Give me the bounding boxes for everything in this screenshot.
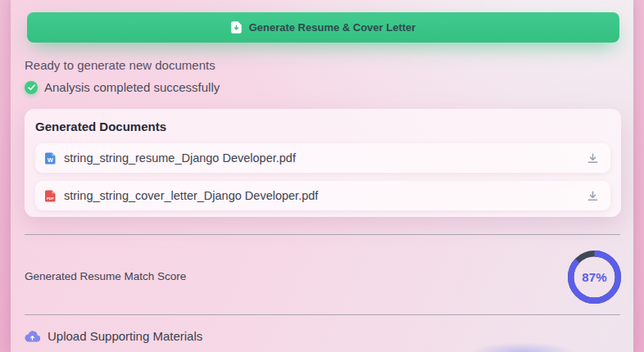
file-name-resume: string_string_resume_Django Developer.pd…	[64, 151, 296, 165]
generate-resume-button[interactable]: Generate Resume & Cover Letter	[27, 12, 619, 43]
upload-materials-label: Upload Supporting Materials	[48, 329, 202, 343]
divider-top	[25, 234, 620, 235]
download-cover-letter-button[interactable]	[584, 187, 601, 204]
file-name-cover-letter: string_string_cover_letter_Django Develo…	[64, 189, 318, 202]
upload-materials-section[interactable]: Upload Supporting Materials	[25, 329, 202, 343]
match-score-value: 87%	[568, 250, 621, 304]
ready-status-text: Ready to generate new documents	[25, 58, 215, 72]
divider-bottom	[25, 314, 620, 315]
file-download-icon	[231, 21, 242, 34]
generated-documents-card: Generated Documents W string_string_resu…	[25, 109, 621, 217]
bottom-element-glow	[469, 342, 576, 352]
cloud-upload-icon	[25, 331, 40, 342]
main-panel: Generate Resume & Cover Letter Ready to …	[11, 0, 633, 352]
pdf-file-icon: PDF	[45, 190, 56, 202]
word-file-icon: W	[45, 152, 56, 165]
match-score-label: Generated Resume Match Score	[25, 270, 186, 282]
svg-text:W: W	[48, 156, 54, 163]
analysis-status-row: Analysis completed successfully	[25, 80, 220, 94]
download-resume-button[interactable]	[584, 150, 601, 166]
svg-text:PDF: PDF	[47, 196, 54, 201]
check-circle-icon	[25, 81, 38, 94]
generate-resume-label: Generate Resume & Cover Letter	[249, 21, 416, 34]
file-row-resume[interactable]: W string_string_resume_Django Developer.…	[35, 143, 610, 173]
generated-documents-title: Generated Documents	[35, 120, 166, 133]
match-score-ring: 87%	[568, 250, 621, 304]
analysis-status-text: Analysis completed successfully	[44, 80, 220, 94]
file-row-cover-letter[interactable]: PDF string_string_cover_letter_Django De…	[35, 181, 610, 210]
